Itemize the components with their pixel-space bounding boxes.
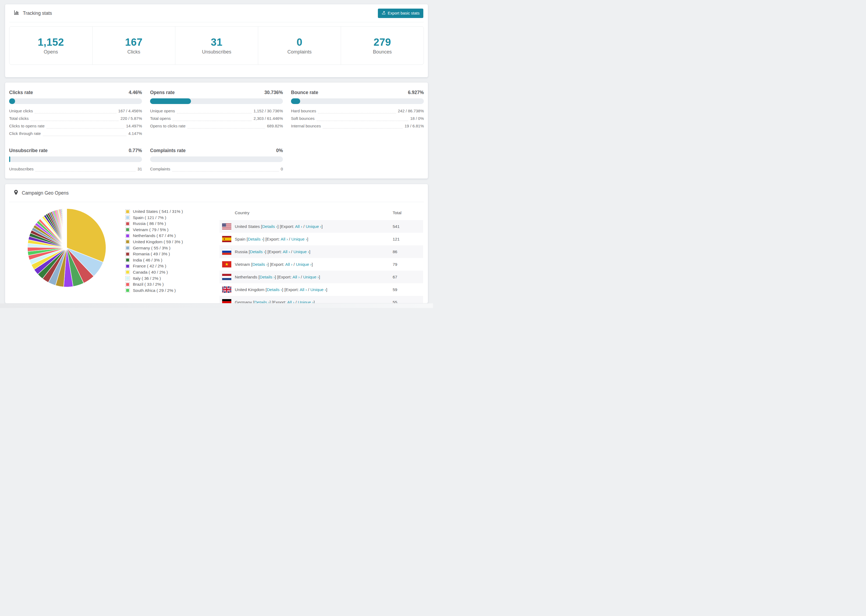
export-all-link[interactable]: All › — [295, 224, 302, 229]
rate-detail-row: Soft bounces18 / 0% — [291, 116, 424, 121]
geo-total-cell: 79 — [393, 262, 423, 267]
export-all-link[interactable]: All › — [283, 250, 290, 254]
slash: / — [307, 287, 310, 292]
bracket: ] — [312, 262, 313, 267]
flag-nl-icon — [222, 274, 231, 280]
export-all-link[interactable]: All › — [299, 287, 307, 292]
rates-card: Clicks rate4.46%Unique clicks167 / 4.456… — [5, 82, 428, 179]
flag-gb-icon — [222, 286, 231, 293]
rate-title: Unsubscribe rate — [9, 148, 47, 154]
rate-detail-value: 1,152 / 30.736% — [254, 108, 283, 113]
bracket: ] [Export: — [275, 275, 292, 279]
rate-rows: Hard bounces242 / 86.738%Soft bounces18 … — [291, 108, 424, 129]
dotted-leader — [318, 110, 396, 113]
rate-value: 0% — [276, 148, 283, 154]
geo-total-cell: 55 — [393, 300, 423, 304]
geo-country-name: Germany — [235, 300, 253, 304]
export-all-link[interactable]: All › — [293, 275, 300, 279]
rate-value: 6.927% — [408, 90, 424, 96]
summary-card-opens: 1,152Opens — [9, 27, 92, 64]
summary-value: 1,152 — [38, 36, 64, 48]
dotted-leader — [47, 125, 124, 129]
summary-card-complaints: 0Complaints — [258, 27, 341, 64]
export-unique-link[interactable]: Unique › — [291, 237, 307, 241]
legend-swatch — [125, 239, 130, 244]
export-unique-link[interactable]: Unique › — [306, 224, 322, 229]
rate-progress-fill — [150, 98, 191, 104]
geo-country-cell: Vietnam [Details ›] [Export: All › / Uni… — [235, 262, 393, 267]
details-link[interactable]: Details › — [267, 287, 282, 292]
geo-col-country-header: Country — [235, 211, 393, 215]
legend-swatch — [125, 264, 130, 269]
page-bottom-band — [0, 303, 433, 308]
rate-detail-row: Click through rate4.147% — [9, 131, 142, 136]
geo-opens-title-text: Campaign Geo Opens — [22, 190, 69, 196]
rate-detail-row: Hard bounces242 / 86.738% — [291, 108, 424, 113]
rate-progress-bar — [150, 98, 283, 104]
export-all-link[interactable]: All › — [287, 300, 294, 304]
legend-swatch — [125, 246, 130, 250]
rate-value: 30.736% — [265, 90, 283, 96]
details-link[interactable]: Details › — [262, 224, 277, 229]
legend-item-germany: Germany ( 55 / 3% ) — [125, 246, 183, 250]
export-unique-link[interactable]: Unique › — [298, 300, 313, 304]
export-unique-link[interactable]: Unique › — [293, 250, 309, 254]
legend-swatch — [125, 276, 130, 281]
rate-detail-value: 2,303 / 61.446% — [254, 116, 283, 121]
export-unique-link[interactable]: Unique › — [303, 275, 319, 279]
geo-row-united-states: United States [Details ›] [Export: All ›… — [219, 220, 423, 233]
legend-label: Romania ( 49 / 3% ) — [133, 251, 170, 256]
rates-row-top: Clicks rate4.46%Unique clicks167 / 4.456… — [9, 90, 424, 139]
rate-progress-bar — [9, 156, 142, 162]
bracket: ] [Export: — [277, 224, 295, 229]
legend-swatch — [125, 209, 130, 214]
details-link[interactable]: Details › — [260, 275, 275, 279]
rate-detail-value: 689.82% — [267, 124, 283, 129]
export-all-link[interactable]: All › — [281, 237, 288, 241]
legend-label: United Kingdom ( 59 / 3% ) — [133, 239, 183, 244]
legend-item-canada: Canada ( 40 / 2% ) — [125, 270, 183, 275]
rate-detail-label: Clicks to opens rate — [9, 124, 45, 129]
geo-country-name: Netherlands — [235, 275, 258, 279]
rate-detail-label: Total opens — [150, 116, 171, 121]
legend-swatch — [125, 258, 130, 262]
rate-detail-value: 167 / 4.456% — [118, 108, 142, 113]
rate-detail-value: 31 — [137, 167, 142, 171]
dotted-leader — [323, 125, 403, 129]
bracket: ] [Export: — [265, 250, 283, 254]
export-unique-link[interactable]: Unique › — [310, 287, 326, 292]
geo-country-name: United Kingdom — [235, 287, 266, 292]
legend-label: India ( 46 / 3% ) — [133, 258, 162, 262]
rate-progress-fill — [9, 156, 10, 162]
rate-detail-label: Unique clicks — [9, 108, 33, 113]
rate-block-clicks-rate: Clicks rate4.46%Unique clicks167 / 4.456… — [9, 90, 142, 139]
rate-value: 4.46% — [129, 90, 142, 96]
details-link[interactable]: Details › — [248, 237, 263, 241]
details-link[interactable]: Details › — [252, 262, 268, 267]
geo-country-name: Vietnam — [235, 262, 251, 267]
details-link[interactable]: Details › — [254, 300, 269, 304]
rate-detail-row: Total clicks220 / 5.87% — [9, 116, 142, 121]
legend-label: Netherlands ( 67 / 4% ) — [133, 233, 176, 238]
dotted-leader — [316, 117, 409, 121]
geo-row-netherlands: Netherlands [Details ›] [Export: All › /… — [219, 271, 423, 283]
rate-title: Bounce rate — [291, 90, 318, 96]
export-unique-link[interactable]: Unique › — [296, 262, 312, 267]
legend-label: Spain ( 121 / 7% ) — [133, 215, 166, 220]
export-basic-stats-button[interactable]: Export basic stats — [378, 9, 423, 18]
geo-total-cell: 59 — [393, 287, 423, 292]
dotted-leader — [177, 110, 252, 113]
export-all-link[interactable]: All › — [285, 262, 293, 267]
summary-label: Bounces — [373, 49, 392, 55]
bracket: ] [Export: — [269, 300, 287, 304]
legend-item-united-states: United States ( 541 / 31% ) — [125, 209, 183, 214]
slash: / — [294, 300, 298, 304]
summary-value: 167 — [125, 36, 143, 48]
rate-detail-row: Unique clicks167 / 4.456% — [9, 108, 142, 113]
legend-item-spain: Spain ( 121 / 7% ) — [125, 215, 183, 220]
geo-table-body: United States [Details ›] [Export: All ›… — [219, 220, 423, 303]
legend-label: France ( 42 / 2% ) — [133, 264, 166, 269]
rate-detail-value: 242 / 86.738% — [398, 108, 424, 113]
location-pin-icon — [14, 190, 18, 197]
details-link[interactable]: Details › — [250, 250, 265, 254]
